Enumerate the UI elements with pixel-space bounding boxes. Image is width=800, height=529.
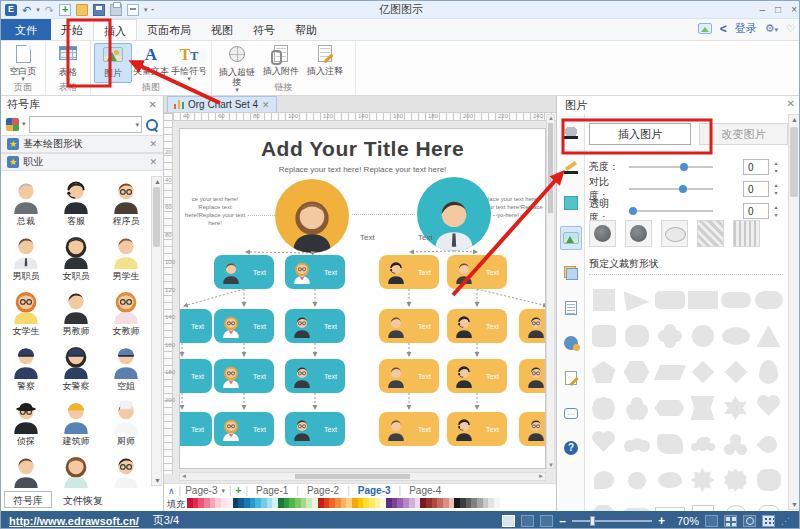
crop-shape-egg[interactable]: [752, 354, 785, 390]
library-symbol-item[interactable]: 空姐: [101, 341, 151, 396]
zoom-level[interactable]: 70%: [671, 515, 699, 527]
scroll-down-icon[interactable]: ▼: [791, 501, 798, 508]
hand-drawn-symbol-button[interactable]: TT 手绘符号 ▾: [170, 43, 208, 83]
crop-shape-round-rect[interactable]: [653, 282, 686, 318]
library-symbol-item[interactable]: 女职员: [51, 231, 101, 286]
menu-tab-home[interactable]: 开始: [51, 19, 93, 40]
export-image-icon[interactable]: [698, 23, 712, 34]
library-symbol-item[interactable]: 男教师: [51, 286, 101, 341]
library-section-occupation[interactable]: ★ 职业 ✕: [1, 153, 163, 171]
page-tab-page-1[interactable]: Page-1: [252, 485, 292, 496]
help-icon[interactable]: ?: [560, 436, 582, 460]
insert-picture-panel-button[interactable]: 插入图片: [589, 123, 691, 145]
blank-page-button[interactable]: 空白页 ▾: [4, 43, 42, 83]
org-node[interactable]: Text: [285, 412, 345, 446]
document-tab[interactable]: Org Chart Set 4 ✕: [167, 96, 277, 112]
scroll-up-icon[interactable]: ▲: [791, 116, 798, 123]
scrollbar-thumb[interactable]: [548, 123, 553, 213]
org-node[interactable]: Text: [214, 412, 274, 446]
crop-shape-hexagon[interactable]: [620, 354, 653, 390]
effect-thumbnail[interactable]: [733, 220, 760, 247]
crop-shape-clover[interactable]: [719, 426, 752, 462]
crop-shape-peanut[interactable]: [620, 426, 653, 462]
undo-icon[interactable]: ↶: [22, 4, 31, 16]
library-search-input[interactable]: [29, 116, 142, 133]
crop-shape-round-sq8[interactable]: [752, 462, 785, 498]
org-node[interactable]: Text: [447, 255, 507, 289]
layers-icon[interactable]: [560, 261, 582, 285]
org-node[interactable]: Text: [214, 255, 274, 289]
library-symbol-item[interactable]: 厨师: [101, 396, 151, 451]
scroll-down-icon[interactable]: ▼: [154, 477, 161, 484]
crop-shape-frame[interactable]: [653, 426, 686, 462]
vector-text-button[interactable]: A 矢量文本: [132, 43, 170, 83]
close-button[interactable]: ×: [791, 4, 797, 15]
crop-shape-balloon[interactable]: [587, 462, 620, 498]
org-node[interactable]: Text: [379, 309, 439, 343]
scroll-down-icon[interactable]: ▼: [548, 462, 554, 468]
crop-shape-square[interactable]: [587, 282, 620, 318]
tab-file-recovery[interactable]: 文件恢复: [54, 491, 112, 508]
org-node[interactable]: Text: [179, 412, 212, 446]
spinner-arrows-icon[interactable]: ▴▾: [771, 159, 781, 175]
effect-thumbnail[interactable]: [589, 220, 616, 247]
org-node[interactable]: Text: [519, 359, 546, 393]
crop-shape-concave[interactable]: [686, 390, 719, 426]
open-file-icon[interactable]: [76, 4, 88, 16]
crop-shape-tri-up[interactable]: [752, 318, 785, 354]
menu-tab-page-layout[interactable]: 页面布局: [137, 19, 201, 40]
org-node[interactable]: Text: [214, 359, 274, 393]
library-symbol-item[interactable]: 女学生: [1, 286, 51, 341]
crop-shape-quatrefoil[interactable]: [653, 318, 686, 354]
collapse-ribbon-icon[interactable]: ♡: [786, 23, 795, 34]
crop-shape-capsule[interactable]: [719, 282, 752, 318]
org-node[interactable]: Text: [285, 309, 345, 343]
shape-color-icon[interactable]: [560, 191, 582, 215]
transparency-value[interactable]: 0: [743, 203, 769, 219]
fit-page-icon[interactable]: [705, 515, 718, 527]
library-scrollbar[interactable]: ▲ ▼: [151, 176, 162, 486]
library-symbol-item[interactable]: [101, 451, 151, 488]
crop-shape-octagon[interactable]: [587, 498, 620, 511]
crop-shape-comma[interactable]: [752, 426, 785, 462]
org-node[interactable]: Text: [447, 309, 507, 343]
effect-thumbnail[interactable]: [697, 220, 724, 247]
scrollbar-thumb[interactable]: [153, 187, 160, 247]
library-symbol-item[interactable]: [1, 451, 51, 488]
page-nav-dropdown-icon[interactable]: ▾: [221, 487, 225, 495]
crop-shape-gear[interactable]: [719, 462, 752, 498]
library-close-icon[interactable]: ✕: [149, 99, 157, 110]
new-document-icon[interactable]: [59, 4, 71, 16]
library-symbol-item[interactable]: 女警察: [51, 341, 101, 396]
page-tab-page-4[interactable]: Page-4: [405, 485, 445, 496]
crop-shape-hex-wide[interactable]: [653, 390, 686, 426]
slider-thumb[interactable]: [629, 207, 637, 215]
crop-shape-circle-o[interactable]: [719, 498, 752, 511]
library-symbol-item[interactable]: 总裁: [1, 176, 51, 231]
settings-gear-icon[interactable]: ⚙▾: [765, 22, 778, 35]
line-style-icon[interactable]: [560, 156, 582, 180]
canvas-horizontal-scrollbar[interactable]: ◄ ►: [179, 472, 546, 481]
org-node[interactable]: Text: [519, 412, 546, 446]
crop-shape-flower5[interactable]: [620, 390, 653, 426]
menu-tab-help[interactable]: 帮助: [285, 19, 327, 40]
library-symbol-item[interactable]: 建筑师: [51, 396, 101, 451]
zoom-slider[interactable]: [572, 520, 652, 522]
tab-close-icon[interactable]: ✕: [262, 100, 270, 110]
spinner-arrows-icon[interactable]: ▴▾: [771, 181, 781, 197]
crop-shape-round-sq[interactable]: [587, 318, 620, 354]
insert-comment-button[interactable]: 插入注释: [303, 43, 347, 83]
org-node[interactable]: Text: [379, 255, 439, 289]
library-category-dropdown-icon[interactable]: ▾: [22, 120, 26, 128]
insert-picture-button[interactable]: 图片: [94, 43, 132, 83]
crop-shape-pentagon[interactable]: [587, 354, 620, 390]
menu-tab-view[interactable]: 视图: [201, 19, 243, 40]
print-icon[interactable]: [110, 4, 122, 16]
qat-more-dropdown-icon[interactable]: ▾ ╺: [144, 6, 154, 14]
table-button[interactable]: 表格 ▾: [49, 43, 87, 83]
library-symbol-item[interactable]: 侦探: [1, 396, 51, 451]
scrollbar-thumb[interactable]: [295, 474, 410, 479]
login-link[interactable]: 登录: [735, 21, 757, 36]
menu-tab-insert[interactable]: 插入: [93, 19, 137, 40]
scroll-left-icon[interactable]: ◄: [181, 473, 187, 479]
